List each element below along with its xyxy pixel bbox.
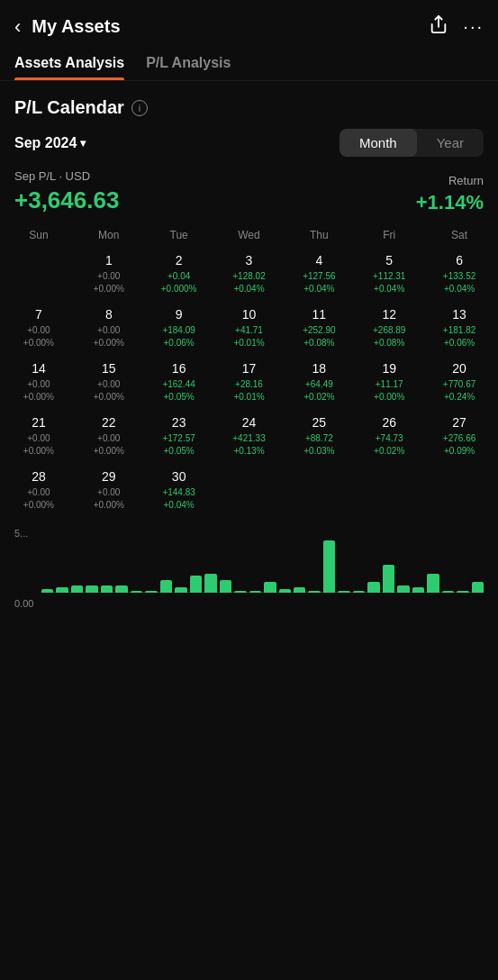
chart-bar xyxy=(353,591,365,593)
day-number: 27 xyxy=(452,415,466,430)
day-pl: +0.00 +0.00% xyxy=(23,378,54,404)
calendar-day[interactable]: 6+133.52 +0.04% xyxy=(424,249,494,301)
dow-label: Sun xyxy=(4,225,74,245)
back-button[interactable]: ‹ xyxy=(14,15,21,39)
calendar-week: 01+0.00 +0.00%2+0.04 +0.000%3+128.02 +0.… xyxy=(4,249,494,301)
section-title-row: P/L Calendar i xyxy=(0,81,498,118)
pl-left: Sep P/L · USD +3,646.63 xyxy=(14,169,119,214)
calendar-day[interactable]: 14+0.00 +0.00% xyxy=(4,357,74,409)
calendar-day[interactable]: 18+64.49 +0.02% xyxy=(284,357,354,409)
calendar-day[interactable]: 30+144.83 +0.04% xyxy=(144,465,214,517)
year-view-button[interactable]: Year xyxy=(417,129,484,157)
chart-bar xyxy=(308,591,320,593)
day-number: 10 xyxy=(242,307,257,322)
day-number: 8 xyxy=(105,307,113,322)
calendar-day[interactable]: 13+181.82 +0.06% xyxy=(424,303,494,355)
tab-pl-analysis[interactable]: P/L Analysis xyxy=(146,48,231,80)
day-number: 25 xyxy=(312,415,327,430)
chart-bar xyxy=(427,574,439,593)
day-pl: +133.52 +0.04% xyxy=(443,270,475,295)
calendar-day: 0 xyxy=(284,465,354,517)
calendar-day: 0 xyxy=(354,465,424,517)
more-icon[interactable]: ··· xyxy=(463,16,484,37)
share-icon[interactable] xyxy=(429,14,448,39)
calendar-day[interactable]: 28+0.00 +0.00% xyxy=(4,465,74,517)
calendar-day[interactable]: 12+268.89 +0.08% xyxy=(354,303,424,355)
calendar-day[interactable]: 10+41.71 +0.01% xyxy=(214,303,285,355)
day-number: 21 xyxy=(32,415,46,430)
day-number: 12 xyxy=(382,307,396,322)
period-selector[interactable]: Sep 2024 ▾ xyxy=(14,135,86,151)
pl-summary: Sep P/L · USD +3,646.63 Return +1.14% xyxy=(0,157,498,214)
calendar-day[interactable]: 5+112.31 +0.04% xyxy=(354,249,424,301)
day-number: 0 xyxy=(456,469,463,484)
day-pl: +0.00 +0.00% xyxy=(23,432,54,458)
day-pl: +268.89 +0.08% xyxy=(373,324,405,349)
tab-assets-analysis[interactable]: Assets Analysis xyxy=(14,48,124,80)
day-number: 19 xyxy=(382,361,396,376)
chart-bar xyxy=(101,585,113,593)
calendar-day[interactable]: 27+276.66 +0.09% xyxy=(424,411,494,463)
day-pl: +0.00 +0.00% xyxy=(94,270,124,295)
day-pl: +181.82 +0.06% xyxy=(443,324,475,349)
day-number: 1 xyxy=(105,253,113,268)
chart-bar xyxy=(234,591,246,593)
pl-label: Sep P/L · USD xyxy=(14,169,119,183)
dow-label: Wed xyxy=(214,225,285,245)
day-number: 20 xyxy=(452,361,466,376)
calendar-day[interactable]: 15+0.00 +0.00% xyxy=(74,357,144,409)
dow-label: Tue xyxy=(144,225,214,245)
day-number: 9 xyxy=(176,307,183,322)
day-pl: +184.09 +0.06% xyxy=(162,324,195,349)
chart-bar xyxy=(115,585,127,593)
chart-bar xyxy=(131,591,142,593)
chart-bar xyxy=(249,591,261,593)
info-icon[interactable]: i xyxy=(131,100,148,116)
day-pl: +128.02 +0.04% xyxy=(232,270,265,295)
chart-bar xyxy=(294,587,305,593)
chart-bar xyxy=(160,580,172,594)
chart-bar xyxy=(338,591,349,593)
day-number: 3 xyxy=(246,253,253,268)
calendar-day[interactable]: 19+11.17 +0.00% xyxy=(354,357,424,409)
calendar-day[interactable]: 26+74.73 +0.02% xyxy=(354,411,424,463)
calendar-day[interactable]: 21+0.00 +0.00% xyxy=(4,411,74,463)
calendar-day[interactable]: 4+127.56 +0.04% xyxy=(284,249,354,301)
calendar-day[interactable]: 25+88.72 +0.03% xyxy=(284,411,354,463)
calendar-day[interactable]: 20+770.67 +0.24% xyxy=(424,357,494,409)
calendar-day[interactable]: 11+252.90 +0.08% xyxy=(284,303,354,355)
calendar-day[interactable]: 16+162.44 +0.05% xyxy=(144,357,214,409)
calendar-day[interactable]: 17+28.16 +0.01% xyxy=(214,357,285,409)
dow-label: Mon xyxy=(74,225,144,245)
day-number: 14 xyxy=(32,361,46,376)
day-pl: +41.71 +0.01% xyxy=(233,324,264,349)
day-number: 7 xyxy=(35,307,42,322)
day-number: 22 xyxy=(102,415,116,430)
day-pl: +127.56 +0.04% xyxy=(303,270,335,295)
chart-area: 5... 0.00 xyxy=(14,528,484,609)
dow-label: Sat xyxy=(424,225,494,245)
calendar-day[interactable]: 1+0.00 +0.00% xyxy=(74,249,144,301)
day-pl: +144.83 +0.04% xyxy=(162,486,195,512)
calendar-day[interactable]: 29+0.00 +0.00% xyxy=(74,465,144,517)
day-pl: +64.49 +0.02% xyxy=(303,378,334,404)
calendar-day[interactable]: 23+172.57 +0.05% xyxy=(144,411,214,463)
calendar-day[interactable]: 3+128.02 +0.04% xyxy=(214,249,285,301)
day-number: 6 xyxy=(456,253,463,268)
calendar-day[interactable]: 8+0.00 +0.00% xyxy=(74,303,144,355)
day-pl: +0.00 +0.00% xyxy=(94,324,124,349)
chart-bar xyxy=(190,576,202,593)
calendar-day[interactable]: 2+0.04 +0.000% xyxy=(144,249,214,301)
month-view-button[interactable]: Month xyxy=(340,129,417,157)
calendar-day[interactable]: 9+184.09 +0.06% xyxy=(144,303,214,355)
calendar-day[interactable]: 24+421.33 +0.13% xyxy=(214,411,285,463)
day-number: 24 xyxy=(242,415,257,430)
period-label: Sep 2024 xyxy=(14,135,77,151)
page-title: My Assets xyxy=(32,16,418,37)
calendar-day[interactable]: 22+0.00 +0.00% xyxy=(74,411,144,463)
day-number: 30 xyxy=(172,469,186,484)
chart-bar xyxy=(397,585,409,593)
pl-value: +3,646.63 xyxy=(14,186,119,214)
calendar-day[interactable]: 7+0.00 +0.00% xyxy=(4,303,74,355)
day-number: 0 xyxy=(315,469,322,484)
